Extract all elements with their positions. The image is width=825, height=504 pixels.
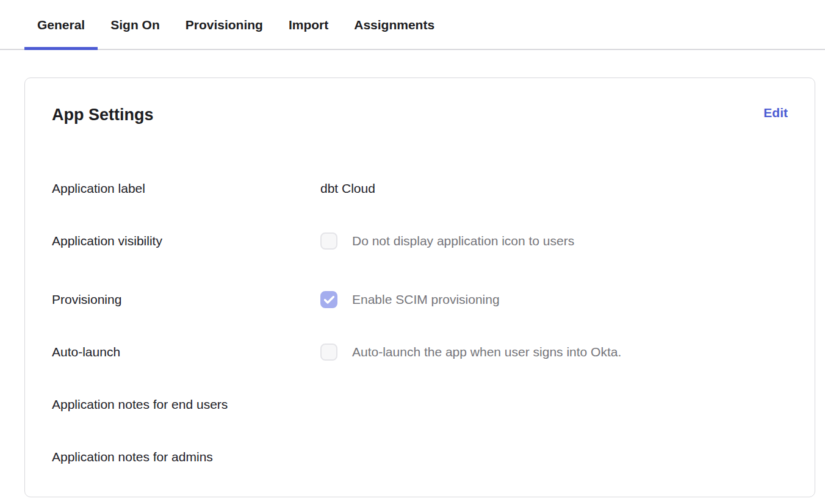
scim-provisioning-label: Enable SCIM provisioning [352,290,500,309]
provisioning-checkbox-group: Enable SCIM provisioning [320,290,500,309]
field-label: Application visibility [52,232,320,250]
row-application-visibility: Application visibility Do not display ap… [52,232,788,250]
row-application-label: Application label dbt Cloud [52,179,788,198]
tab-general[interactable]: General [24,16,98,49]
auto-launch-label: Auto-launch the app when user signs into… [352,343,621,361]
edit-button[interactable]: Edit [763,104,788,122]
row-auto-launch: Auto-launch Auto-launch the app when use… [52,343,788,361]
field-label: Provisioning [52,290,320,309]
field-label: Application notes for end users [52,395,320,414]
field-label: Application label [52,179,320,198]
auto-launch-checkbox-group: Auto-launch the app when user signs into… [320,343,621,361]
row-notes-end-users: Application notes for end users [52,395,788,414]
tab-bar: General Sign On Provisioning Import Assi… [0,0,825,50]
row-provisioning: Provisioning Enable SCIM provisioning [52,290,788,309]
tab-sign-on[interactable]: Sign On [98,16,173,49]
tab-assignments[interactable]: Assignments [341,16,447,49]
checkmark-icon [324,296,334,304]
row-notes-admins: Application notes for admins [52,448,788,466]
tab-provisioning[interactable]: Provisioning [173,16,276,49]
app-settings-card: App Settings Edit Application label dbt … [24,77,815,497]
visibility-checkbox-group: Do not display application icon to users [320,232,574,250]
settings-rows: Application label dbt Cloud Application … [52,179,788,466]
card-header: App Settings Edit [52,104,788,126]
application-label-value: dbt Cloud [320,179,375,198]
field-label: Application notes for admins [52,448,320,466]
visibility-checkbox[interactable] [320,232,337,250]
page-title: App Settings [52,104,154,126]
field-label: Auto-launch [52,343,320,361]
tab-import[interactable]: Import [276,16,341,49]
visibility-checkbox-label: Do not display application icon to users [352,232,574,250]
scim-provisioning-checkbox[interactable] [320,291,337,308]
auto-launch-checkbox[interactable] [320,344,337,361]
